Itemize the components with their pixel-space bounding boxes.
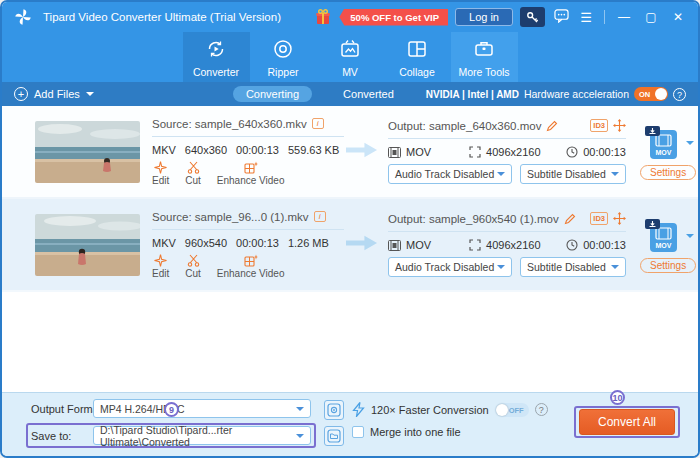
- info-icon[interactable]: i: [314, 211, 326, 222]
- file-row-2[interactable]: Source: sample_96...0 (1).mkv i MKV 960x…: [2, 199, 698, 292]
- tab-collage-label: Collage: [399, 66, 435, 78]
- minimize-button[interactable]: —: [614, 10, 634, 24]
- cut-label: Cut: [185, 268, 201, 279]
- clock-icon: [566, 239, 578, 251]
- source-info-2: Source: sample_96...0 (1).mkv i MKV 960x…: [152, 211, 344, 279]
- output-format-label: Output Format:: [31, 403, 93, 415]
- magic-wand-icon: [154, 254, 167, 267]
- settings-button[interactable]: Settings: [640, 165, 696, 180]
- tab-ripper[interactable]: Ripper: [250, 32, 317, 82]
- out-format-2: MOV: [406, 239, 431, 251]
- id3-tag-button[interactable]: ID3: [590, 212, 608, 225]
- audio-track-value: Audio Track Disabled: [395, 168, 494, 180]
- cut-button[interactable]: Cut: [185, 161, 201, 186]
- src-duration-2: 00:00:13: [236, 237, 279, 249]
- src-resolution-2: 960x540: [185, 237, 227, 249]
- out-resolution-1: 4096x2160: [486, 146, 540, 158]
- toggle-knob: [655, 88, 667, 100]
- tab-converting[interactable]: Converting: [233, 86, 312, 102]
- tab-mv-label: MV: [342, 66, 358, 78]
- toolbox-icon: [472, 37, 496, 63]
- format-profile-button[interactable]: MOV: [643, 217, 694, 255]
- faster-conversion-label: 120× Faster Conversion: [371, 404, 489, 416]
- close-button[interactable]: ✕: [668, 10, 688, 24]
- output-name-2: Output: sample_960x540 (1).mov: [388, 213, 559, 225]
- tab-mv[interactable]: MV: [317, 32, 384, 82]
- mov-format-icon: MOV: [643, 217, 683, 255]
- tab-more-tools[interactable]: More Tools: [451, 32, 518, 82]
- save-to-dropdown[interactable]: D:\Tipard Studio\Tipard...rter Ultimate\…: [93, 426, 311, 445]
- folder-icon: [327, 429, 341, 443]
- tab-converted[interactable]: Converted: [330, 86, 407, 102]
- login-button[interactable]: Log in: [455, 8, 513, 26]
- output-format-dropdown[interactable]: MP4 H.264/HEVC: [93, 399, 311, 418]
- format-settings-button[interactable]: [324, 400, 344, 420]
- audio-track-dropdown[interactable]: Audio Track Disabled: [388, 164, 512, 184]
- src-format-2: MKV: [152, 237, 176, 249]
- convert-all-button[interactable]: Convert All: [579, 409, 675, 435]
- scissors-icon: [187, 254, 200, 267]
- id3-tag-button[interactable]: ID3: [590, 119, 608, 132]
- add-files-button[interactable]: + Add Files: [14, 87, 214, 101]
- settings-button[interactable]: Settings: [640, 258, 696, 273]
- src-size-2: 1.26 MB: [288, 237, 329, 249]
- subtitle-dropdown[interactable]: Subtitle Disabled: [520, 164, 626, 184]
- enhance-grid-icon: [244, 254, 258, 267]
- save-to-annotation-box: Save to: D:\Tipard Studio\Tipard...rter …: [26, 423, 316, 448]
- tab-collage[interactable]: Collage: [384, 32, 451, 82]
- vip-promo-badge[interactable]: 50% OFF to Get VIP: [339, 9, 448, 26]
- chevron-down-icon: [611, 172, 619, 176]
- move-arrows-icon[interactable]: [613, 119, 626, 132]
- format-profile-button[interactable]: MOV: [643, 124, 694, 162]
- film-icon: [388, 147, 401, 158]
- hw-accel-label: Hardware acceleration: [524, 88, 629, 100]
- divider: [388, 231, 626, 232]
- chevron-down-icon: [296, 407, 304, 411]
- move-arrows-icon[interactable]: [613, 212, 626, 225]
- audio-track-dropdown[interactable]: Audio Track Disabled: [388, 257, 512, 277]
- enhance-video-button[interactable]: Enhance Video: [217, 254, 285, 279]
- titlebar-separator: [604, 10, 605, 24]
- faster-conversion-help-icon[interactable]: ?: [535, 403, 548, 416]
- edit-button[interactable]: Edit: [152, 254, 169, 279]
- convert-all-annotation-box: Convert All: [574, 406, 680, 438]
- key-icon: [526, 11, 539, 24]
- maximize-button[interactable]: ▢: [641, 10, 661, 24]
- hw-accel-help-icon[interactable]: ?: [673, 88, 686, 101]
- tab-ripper-label: Ripper: [268, 66, 299, 78]
- step-10-annotation: 10: [610, 390, 625, 405]
- feedback-icon[interactable]: [552, 9, 570, 25]
- menu-icon[interactable]: ☰: [577, 11, 595, 24]
- register-key-button[interactable]: [520, 7, 545, 27]
- gift-icon[interactable]: [314, 8, 332, 26]
- out-format-1: MOV: [406, 146, 431, 158]
- hw-accel-toggle-state: ON: [639, 90, 650, 99]
- output-name-1: Output: sample_640x360.mov: [388, 120, 541, 132]
- subtitle-dropdown[interactable]: Subtitle Disabled: [520, 257, 626, 277]
- enhance-label: Enhance Video: [217, 268, 285, 279]
- edit-button[interactable]: Edit: [152, 161, 169, 186]
- cut-button[interactable]: Cut: [185, 254, 201, 279]
- merge-label: Merge into one file: [370, 426, 461, 438]
- hw-accel-toggle[interactable]: ON: [634, 87, 668, 101]
- rename-pencil-icon[interactable]: [546, 120, 558, 132]
- tab-converter[interactable]: Converter: [183, 32, 250, 82]
- merge-checkbox[interactable]: [352, 426, 364, 438]
- lightning-icon: [352, 402, 365, 417]
- src-duration-1: 00:00:13: [236, 144, 279, 156]
- divider: [152, 229, 344, 230]
- chevron-down-icon: [611, 265, 619, 269]
- open-folder-button[interactable]: [324, 426, 344, 446]
- file-row-1[interactable]: Source: sample_640x360.mkv i MKV 640x360…: [2, 106, 698, 199]
- app-window: Tipard Video Converter Ultimate (Trial V…: [0, 0, 700, 458]
- scissors-icon: [187, 161, 200, 174]
- rename-pencil-icon[interactable]: [564, 213, 576, 225]
- src-resolution-1: 640x360: [185, 144, 227, 156]
- subtitle-value: Subtitle Disabled: [527, 168, 606, 180]
- enhance-video-button[interactable]: Enhance Video: [217, 161, 285, 186]
- info-icon[interactable]: i: [312, 118, 324, 129]
- faster-conversion-toggle[interactable]: OFF: [495, 403, 529, 417]
- output-info-2: Output: sample_960x540 (1).mov ID3: [388, 212, 626, 277]
- src-size-1: 559.63 KB: [288, 144, 339, 156]
- queue-tabs: Converting Converted: [214, 86, 426, 102]
